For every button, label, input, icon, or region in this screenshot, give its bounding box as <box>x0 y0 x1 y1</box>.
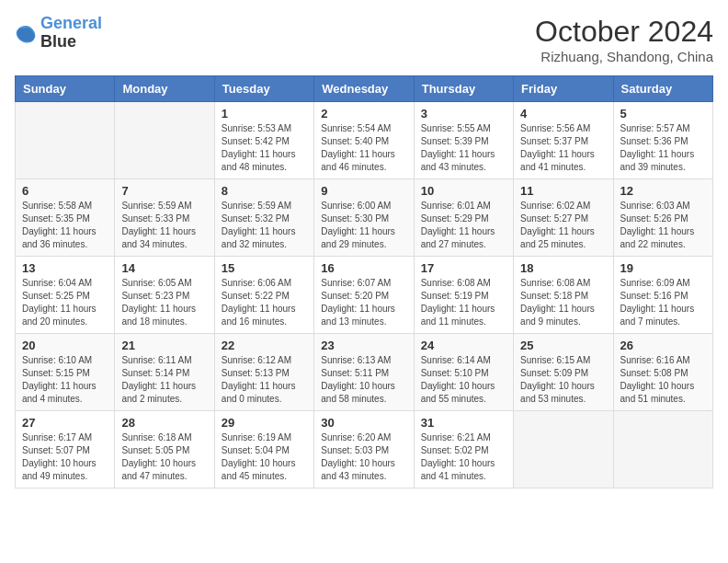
calendar-week-4: 27Sunrise: 6:17 AM Sunset: 5:07 PM Dayli… <box>16 411 713 488</box>
day-number: 23 <box>321 339 406 352</box>
day-info: Sunrise: 6:18 AM Sunset: 5:05 PM Dayligh… <box>121 431 207 483</box>
day-number: 28 <box>121 416 207 430</box>
day-info: Sunrise: 5:53 AM Sunset: 5:42 PM Dayligh… <box>222 122 307 174</box>
calendar-cell: 31Sunrise: 6:21 AM Sunset: 5:02 PM Dayli… <box>414 411 513 488</box>
day-info: Sunrise: 6:11 AM Sunset: 5:14 PM Dayligh… <box>121 354 207 406</box>
day-number: 10 <box>421 184 506 198</box>
day-info: Sunrise: 5:56 AM Sunset: 5:37 PM Dayligh… <box>520 122 606 174</box>
day-number: 20 <box>22 339 108 352</box>
page-header: General Blue October 2024 Rizhuang, Shan… <box>15 15 713 64</box>
day-info: Sunrise: 6:02 AM Sunset: 5:27 PM Dayligh… <box>520 200 606 251</box>
day-number: 19 <box>620 261 706 275</box>
day-info: Sunrise: 6:00 AM Sunset: 5:30 PM Dayligh… <box>321 200 406 251</box>
calendar-cell: 18Sunrise: 6:08 AM Sunset: 5:18 PM Dayli… <box>514 257 613 334</box>
calendar-cell: 2Sunrise: 5:54 AM Sunset: 5:40 PM Daylig… <box>314 102 414 179</box>
day-info: Sunrise: 6:12 AM Sunset: 5:13 PM Dayligh… <box>222 354 307 406</box>
day-info: Sunrise: 6:08 AM Sunset: 5:19 PM Dayligh… <box>421 277 506 328</box>
day-number: 22 <box>222 339 307 352</box>
calendar-cell: 23Sunrise: 6:13 AM Sunset: 5:11 PM Dayli… <box>314 334 414 411</box>
day-number: 17 <box>421 261 506 275</box>
logo-icon <box>15 22 37 44</box>
calendar-cell: 10Sunrise: 6:01 AM Sunset: 5:29 PM Dayli… <box>414 179 513 257</box>
day-info: Sunrise: 6:09 AM Sunset: 5:16 PM Dayligh… <box>620 277 706 328</box>
day-number: 2 <box>321 107 406 121</box>
day-number: 18 <box>520 261 606 275</box>
weekday-header-wednesday: Wednesday <box>314 76 414 102</box>
calendar-cell: 26Sunrise: 6:16 AM Sunset: 5:08 PM Dayli… <box>613 334 712 411</box>
weekday-header-thursday: Thursday <box>414 76 513 102</box>
location: Rizhuang, Shandong, China <box>535 49 713 64</box>
day-info: Sunrise: 5:59 AM Sunset: 5:33 PM Dayligh… <box>121 200 207 251</box>
day-info: Sunrise: 6:08 AM Sunset: 5:18 PM Dayligh… <box>520 277 606 328</box>
calendar-week-3: 20Sunrise: 6:10 AM Sunset: 5:15 PM Dayli… <box>16 334 713 411</box>
day-info: Sunrise: 6:04 AM Sunset: 5:25 PM Dayligh… <box>22 277 108 328</box>
day-number: 15 <box>222 261 307 275</box>
calendar-cell: 17Sunrise: 6:08 AM Sunset: 5:19 PM Dayli… <box>414 257 513 334</box>
day-info: Sunrise: 6:13 AM Sunset: 5:11 PM Dayligh… <box>321 354 406 406</box>
calendar-cell: 24Sunrise: 6:14 AM Sunset: 5:10 PM Dayli… <box>414 334 513 411</box>
day-info: Sunrise: 5:55 AM Sunset: 5:39 PM Dayligh… <box>421 122 506 174</box>
day-number: 8 <box>222 184 307 198</box>
calendar-cell: 14Sunrise: 6:05 AM Sunset: 5:23 PM Dayli… <box>115 257 214 334</box>
day-info: Sunrise: 6:05 AM Sunset: 5:23 PM Dayligh… <box>121 277 207 328</box>
day-info: Sunrise: 6:01 AM Sunset: 5:29 PM Dayligh… <box>421 200 506 251</box>
day-number: 3 <box>421 107 506 121</box>
day-info: Sunrise: 6:15 AM Sunset: 5:09 PM Dayligh… <box>520 354 606 406</box>
calendar-cell: 9Sunrise: 6:00 AM Sunset: 5:30 PM Daylig… <box>314 179 414 257</box>
calendar-cell <box>514 411 613 488</box>
day-info: Sunrise: 6:03 AM Sunset: 5:26 PM Dayligh… <box>620 200 706 251</box>
calendar-week-2: 13Sunrise: 6:04 AM Sunset: 5:25 PM Dayli… <box>16 257 713 334</box>
calendar-cell: 5Sunrise: 5:57 AM Sunset: 5:36 PM Daylig… <box>613 102 712 179</box>
day-number: 1 <box>222 107 307 121</box>
logo: General Blue <box>15 15 102 52</box>
day-info: Sunrise: 6:20 AM Sunset: 5:03 PM Dayligh… <box>321 431 406 483</box>
calendar-week-0: 1Sunrise: 5:53 AM Sunset: 5:42 PM Daylig… <box>16 102 713 179</box>
day-info: Sunrise: 6:14 AM Sunset: 5:10 PM Dayligh… <box>421 354 506 406</box>
calendar-cell: 29Sunrise: 6:19 AM Sunset: 5:04 PM Dayli… <box>214 411 313 488</box>
day-info: Sunrise: 6:06 AM Sunset: 5:22 PM Dayligh… <box>222 277 307 328</box>
day-number: 5 <box>620 107 706 121</box>
day-number: 9 <box>321 184 406 198</box>
calendar-cell: 4Sunrise: 5:56 AM Sunset: 5:37 PM Daylig… <box>514 102 613 179</box>
month-title: October 2024 <box>535 15 713 49</box>
calendar-cell: 3Sunrise: 5:55 AM Sunset: 5:39 PM Daylig… <box>414 102 513 179</box>
day-info: Sunrise: 6:17 AM Sunset: 5:07 PM Dayligh… <box>22 431 108 483</box>
calendar-cell: 25Sunrise: 6:15 AM Sunset: 5:09 PM Dayli… <box>514 334 613 411</box>
day-number: 21 <box>121 339 207 352</box>
weekday-header-sunday: Sunday <box>16 76 115 102</box>
day-number: 25 <box>520 339 606 352</box>
calendar-cell: 21Sunrise: 6:11 AM Sunset: 5:14 PM Dayli… <box>115 334 214 411</box>
calendar-cell: 1Sunrise: 5:53 AM Sunset: 5:42 PM Daylig… <box>214 102 313 179</box>
calendar-cell: 19Sunrise: 6:09 AM Sunset: 5:16 PM Dayli… <box>613 257 712 334</box>
title-block: October 2024 Rizhuang, Shandong, China <box>535 15 713 64</box>
calendar-cell: 6Sunrise: 5:58 AM Sunset: 5:35 PM Daylig… <box>16 179 115 257</box>
weekday-header-row: SundayMondayTuesdayWednesdayThursdayFrid… <box>16 76 713 102</box>
day-info: Sunrise: 5:57 AM Sunset: 5:36 PM Dayligh… <box>620 122 706 174</box>
calendar-cell: 16Sunrise: 6:07 AM Sunset: 5:20 PM Dayli… <box>314 257 414 334</box>
calendar-cell: 28Sunrise: 6:18 AM Sunset: 5:05 PM Dayli… <box>115 411 214 488</box>
logo-text: General Blue <box>40 15 102 52</box>
day-info: Sunrise: 5:59 AM Sunset: 5:32 PM Dayligh… <box>222 200 307 251</box>
day-number: 24 <box>421 339 506 352</box>
calendar-cell: 30Sunrise: 6:20 AM Sunset: 5:03 PM Dayli… <box>314 411 414 488</box>
day-number: 4 <box>520 107 606 121</box>
day-number: 7 <box>121 184 207 198</box>
calendar-cell: 11Sunrise: 6:02 AM Sunset: 5:27 PM Dayli… <box>514 179 613 257</box>
calendar-table: SundayMondayTuesdayWednesdayThursdayFrid… <box>15 75 713 488</box>
day-number: 16 <box>321 261 406 275</box>
day-number: 12 <box>620 184 706 198</box>
calendar-cell: 27Sunrise: 6:17 AM Sunset: 5:07 PM Dayli… <box>16 411 115 488</box>
day-number: 26 <box>620 339 706 352</box>
weekday-header-tuesday: Tuesday <box>214 76 313 102</box>
calendar-cell: 15Sunrise: 6:06 AM Sunset: 5:22 PM Dayli… <box>214 257 313 334</box>
day-number: 31 <box>421 416 506 430</box>
day-number: 30 <box>321 416 406 430</box>
calendar-header: SundayMondayTuesdayWednesdayThursdayFrid… <box>16 76 713 102</box>
calendar-cell: 7Sunrise: 5:59 AM Sunset: 5:33 PM Daylig… <box>115 179 214 257</box>
calendar-cell: 20Sunrise: 6:10 AM Sunset: 5:15 PM Dayli… <box>16 334 115 411</box>
day-info: Sunrise: 6:19 AM Sunset: 5:04 PM Dayligh… <box>222 431 307 483</box>
calendar-cell: 22Sunrise: 6:12 AM Sunset: 5:13 PM Dayli… <box>214 334 313 411</box>
calendar-cell <box>613 411 712 488</box>
weekday-header-friday: Friday <box>514 76 613 102</box>
calendar-cell <box>16 102 115 179</box>
